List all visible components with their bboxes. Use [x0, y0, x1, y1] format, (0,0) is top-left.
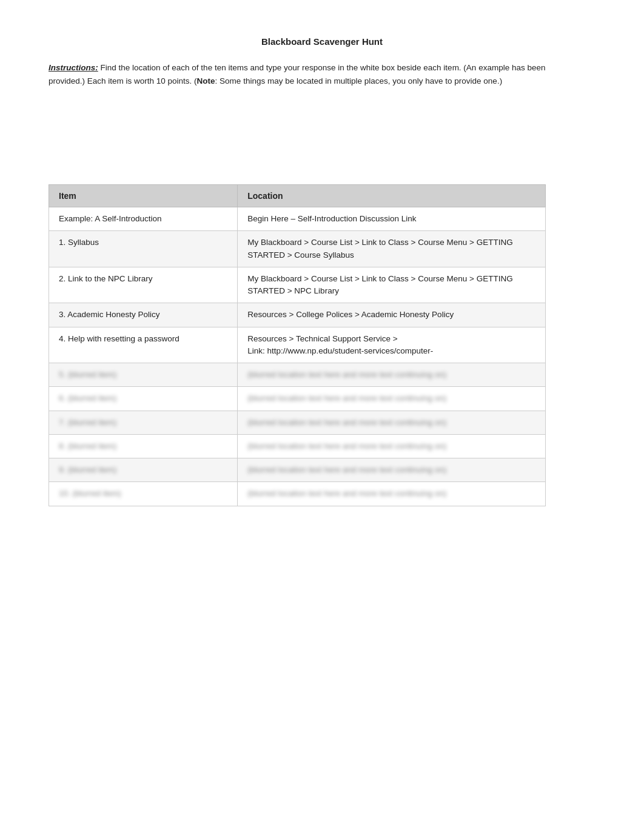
scavenger-hunt-table: Item Location Example: A Self-Introducti… — [49, 184, 546, 506]
col-header-item: Item — [49, 185, 238, 207]
page-title: Blackboard Scavenger Hunt — [49, 36, 595, 47]
item-cell: 10. (blurred item) — [49, 482, 238, 506]
instructions-label: Instructions: — [49, 63, 98, 72]
col-header-location: Location — [238, 185, 546, 207]
table-row: 9. (blurred item)(blurred location text … — [49, 458, 546, 482]
item-cell: Example: A Self-Introduction — [49, 207, 238, 231]
table-row: 7. (blurred item)(blurred location text … — [49, 411, 546, 434]
item-cell: 6. (blurred item) — [49, 387, 238, 411]
location-cell: (blurred location text here and more tex… — [238, 434, 546, 458]
table-row: 10. (blurred item)(blurred location text… — [49, 482, 546, 506]
table-row: 2. Link to the NPC LibraryMy Blackboard … — [49, 267, 546, 303]
location-cell: Begin Here – Self-Introduction Discussio… — [238, 207, 546, 231]
table-header-row: Item Location — [49, 185, 546, 207]
note-label: Note — [197, 76, 215, 86]
table-row: 3. Academic Honesty PolicyResources > Co… — [49, 303, 546, 327]
location-cell: My Blackboard > Course List > Link to Cl… — [238, 231, 546, 267]
table-row: 8. (blurred item)(blurred location text … — [49, 434, 546, 458]
location-cell: (blurred location text here and more tex… — [238, 387, 546, 411]
item-cell: 3. Academic Honesty Policy — [49, 303, 238, 327]
item-cell: 7. (blurred item) — [49, 411, 238, 434]
location-cell: (blurred location text here and more tex… — [238, 363, 546, 387]
location-cell: (blurred location text here and more tex… — [238, 458, 546, 482]
table-container: Item Location Example: A Self-Introducti… — [49, 184, 546, 506]
item-cell: 5. (blurred item) — [49, 363, 238, 387]
location-cell: Resources > College Polices > Academic H… — [238, 303, 546, 327]
location-cell: Resources > Technical Support Service > … — [238, 327, 546, 363]
table-row: 4. Help with resetting a passwordResourc… — [49, 327, 546, 363]
item-cell: 9. (blurred item) — [49, 458, 238, 482]
table-row: Example: A Self-IntroductionBegin Here –… — [49, 207, 546, 231]
table-row: 6. (blurred item)(blurred location text … — [49, 387, 546, 411]
location-cell: (blurred location text here and more tex… — [238, 411, 546, 434]
table-row: 1. SyllabusMy Blackboard > Course List >… — [49, 231, 546, 267]
item-cell: 8. (blurred item) — [49, 434, 238, 458]
item-cell: 1. Syllabus — [49, 231, 238, 267]
item-cell: 2. Link to the NPC Library — [49, 267, 238, 303]
location-cell: (blurred location text here and more tex… — [238, 482, 546, 506]
instructions: Instructions: Find the location of each … — [49, 61, 546, 87]
location-cell: My Blackboard > Course List > Link to Cl… — [238, 267, 546, 303]
table-row: 5. (blurred item)(blurred location text … — [49, 363, 546, 387]
item-cell: 4. Help with resetting a password — [49, 327, 238, 363]
